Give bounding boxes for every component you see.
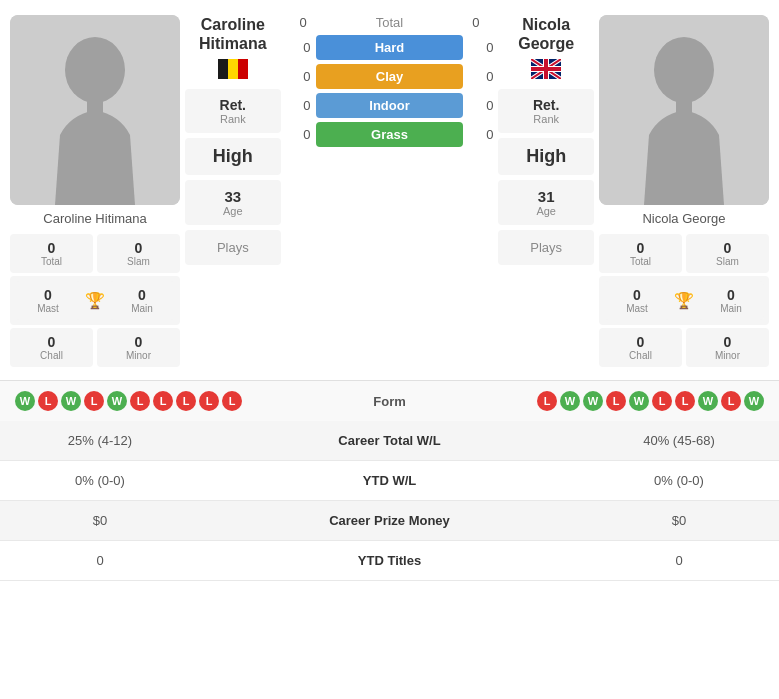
form-badge: L [84,391,104,411]
stat-left-value: 0% (0-0) [0,461,200,501]
right-age-label: Age [506,205,586,217]
total-row: 0 Total 0 [286,15,494,30]
right-plays-label: Plays [508,240,584,255]
form-badge: L [130,391,150,411]
uk-flag [531,59,561,79]
form-badge: W [61,391,81,411]
center-surface-section: 0 Total 0 0 Hard 0 0 Clay 0 [286,15,494,370]
left-minor-stat: 0 Minor [97,328,180,367]
left-player-silhouette [10,15,180,205]
grass-surface-row: 0 Grass 0 [286,122,494,147]
right-slam-label: Slam [690,256,765,267]
right-main-stat: 0 Main [698,281,764,320]
form-badge: W [698,391,718,411]
right-slam-stat: 0 Slam [686,234,769,273]
form-badge: W [15,391,35,411]
trophy-icon-right: 🏆 [674,291,694,310]
right-player-name-label: Nicola George [642,211,725,226]
table-row: 25% (4-12) Career Total W/L 40% (45-68) [0,421,779,461]
left-plays-label: Plays [195,240,271,255]
left-total-label: Total [14,256,89,267]
form-badge: W [744,391,764,411]
form-badge: W [629,391,649,411]
grass-left-val: 0 [286,127,311,142]
right-age-box: 31 Age [498,180,594,225]
form-badge: W [107,391,127,411]
left-slam-stat: 0 Slam [97,234,180,273]
left-stats-grid: 0 Total 0 Slam [10,234,180,273]
left-main-stat: 0 Main [109,281,175,320]
left-high-box: High [185,138,281,175]
right-flag-row [498,59,594,79]
right-total-stat: 0 Total [599,234,682,273]
right-age-value: 31 [506,188,586,205]
stat-center-label: YTD Titles [200,541,579,581]
right-plays-box: Plays [498,230,594,265]
form-badge: L [38,391,58,411]
svg-point-8 [654,37,714,103]
stat-right-value: 0% (0-0) [579,461,779,501]
right-mast-label: Mast [608,303,666,314]
center-inner: 0 Total 0 0 Hard 0 0 Clay 0 [286,15,494,151]
table-row: 0 YTD Titles 0 [0,541,779,581]
left-rank-box: Ret. Rank [185,89,281,133]
indoor-badge: Indoor [316,93,464,118]
svg-point-1 [65,37,125,103]
hard-right-val: 0 [468,40,493,55]
left-age-label: Age [193,205,273,217]
left-player-name-header: Caroline Hitimana [185,15,281,53]
right-trophy-row: 0 Mast 🏆 0 Main [599,276,769,325]
left-rank-sublabel: Rank [193,113,273,125]
left-slam-label: Slam [101,256,176,267]
right-stats-grid: 0 Total 0 Slam [599,234,769,273]
total-right-val: 0 [463,15,488,30]
left-high-value: High [191,146,275,167]
left-total-stat: 0 Total [10,234,93,273]
left-trophy-row: 0 Mast 🏆 0 Main [10,276,180,325]
stat-center-label: Career Prize Money [200,501,579,541]
right-rank-value: Ret. [506,97,586,113]
right-mast-stat: 0 Mast [604,281,670,320]
left-age-box: 33 Age [185,180,281,225]
stat-right-value: $0 [579,501,779,541]
right-chall-label: Chall [603,350,678,361]
form-badge: L [606,391,626,411]
stat-left-value: $0 [0,501,200,541]
left-mast-label: Mast [19,303,77,314]
right-main-value: 0 [702,287,760,303]
left-slam-value: 0 [101,240,176,256]
form-badge: W [560,391,580,411]
clay-surface-row: 0 Clay 0 [286,64,494,89]
right-minor-label: Minor [690,350,765,361]
right-mast-value: 0 [608,287,666,303]
right-rank-box: Ret. Rank [498,89,594,133]
form-badge: L [652,391,672,411]
right-high-value: High [504,146,588,167]
stat-left-value: 25% (4-12) [0,421,200,461]
right-player-photo [599,15,769,205]
svg-rect-5 [238,59,248,79]
right-chall-stat: 0 Chall [599,328,682,367]
form-badge: L [199,391,219,411]
left-chall-stat: 0 Chall [10,328,93,367]
stat-right-value: 0 [579,541,779,581]
left-main-label: Main [113,303,171,314]
hard-badge: Hard [316,35,464,60]
table-row: 0% (0-0) YTD W/L 0% (0-0) [0,461,779,501]
right-player-name-header: Nicola George [498,15,594,53]
left-flag-row [185,59,281,79]
svg-rect-2 [87,100,103,115]
right-player-header-col: Nicola George Ret. Rank High [498,15,594,370]
trophy-icon-left: 🏆 [85,291,105,310]
left-rank-value: Ret. [193,97,273,113]
form-section: WLWLWLLLLL Form LWWLWLLWLW [0,380,779,421]
left-chall-label: Chall [14,350,89,361]
indoor-surface-row: 0 Indoor 0 [286,93,494,118]
main-container: Caroline Hitimana 0 Total 0 Slam 0 [0,0,779,581]
form-badge: L [675,391,695,411]
indoor-left-val: 0 [286,98,311,113]
left-chall-value: 0 [14,334,89,350]
form-badge: L [176,391,196,411]
left-mast-stat: 0 Mast [15,281,81,320]
right-minor-value: 0 [690,334,765,350]
